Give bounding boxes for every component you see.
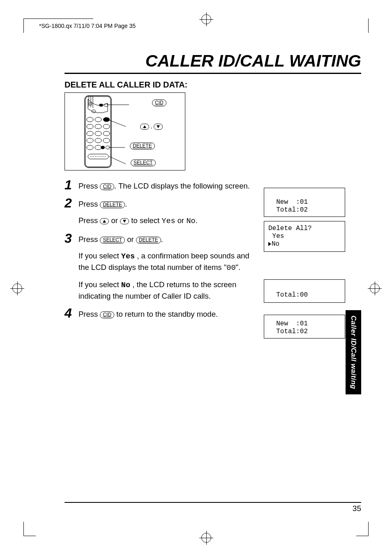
svg-point-17: [103, 131, 110, 136]
page-number: 35: [353, 504, 361, 513]
lcd-screen-1: New :01 Total:02: [264, 188, 345, 217]
handset-diagram: [65, 92, 185, 170]
lcd-screen-2: Delete All? Yes No: [264, 221, 345, 252]
section-title: DELETE ALL CALLER ID DATA:: [65, 80, 187, 90]
step-number: 1: [65, 179, 78, 191]
svg-point-23: [101, 146, 105, 149]
up-arrow-icon: [140, 124, 149, 130]
step-number: 3: [65, 233, 78, 245]
svg-point-16: [95, 131, 101, 136]
step-body: Press CID. The LCD displays the followin…: [78, 179, 250, 191]
diagram-label-delete: DELETE: [130, 143, 155, 150]
registration-mark-icon: [12, 283, 22, 293]
step-2-sub: Press or to select Yes or No.: [78, 215, 254, 227]
registration-mark-icon: [370, 283, 380, 293]
step-body: Press SELECT or DELETE.: [78, 233, 163, 245]
lcd-screen-4: New :01 Total:02: [264, 315, 345, 339]
crop-mark: [368, 522, 369, 536]
svg-rect-0: [85, 96, 111, 168]
step-4: 4 Press CID to return to the standby mod…: [65, 307, 254, 320]
section-tab: Caller ID/Call waiting: [346, 310, 361, 394]
delete-button-icon: DELETE: [130, 143, 155, 150]
slug-line: *SG-1800.qx 7/11/0 7:04 PM Page 35: [39, 23, 136, 29]
svg-point-22: [95, 145, 101, 150]
step-number: 4: [65, 307, 78, 320]
svg-point-10: [95, 117, 101, 122]
svg-point-11: [103, 117, 110, 122]
diagram-label-select: SELECT: [131, 159, 156, 166]
divider: [65, 73, 361, 74]
cid-button-icon: CID: [100, 183, 114, 190]
registration-mark-icon: [201, 14, 211, 24]
step-3: 3 Press SELECT or DELETE.: [65, 233, 254, 245]
phone-icon: [76, 95, 130, 169]
crop-mark: [23, 522, 24, 536]
svg-point-9: [87, 117, 93, 122]
divider: [65, 502, 361, 503]
down-arrow-icon: [154, 124, 163, 130]
step-3-yes: If you select Yes , a confirmation beep …: [78, 251, 254, 274]
svg-point-14: [103, 124, 110, 129]
svg-rect-1: [85, 97, 111, 167]
diagram-label-arrows: ,: [140, 123, 163, 130]
svg-point-12: [87, 124, 93, 129]
svg-point-6: [99, 104, 103, 107]
select-button-icon: SELECT: [131, 159, 156, 166]
crop-mark: [356, 536, 369, 536]
svg-point-18: [87, 138, 93, 143]
steps-list: 1 Press CID. The LCD displays the follow…: [65, 179, 254, 325]
delete-button-icon: DELETE: [100, 201, 125, 208]
svg-line-30: [109, 157, 126, 164]
svg-point-15: [87, 131, 93, 136]
step-1: 1 Press CID. The LCD displays the follow…: [65, 179, 254, 191]
svg-point-13: [95, 124, 101, 129]
step-body: Press DELETE.: [78, 197, 127, 210]
cid-button-icon: CID: [100, 311, 114, 318]
chapter-title: CALLER ID/CALL WAITING: [145, 51, 361, 71]
svg-point-21: [87, 145, 93, 150]
crop-mark: [23, 18, 24, 33]
lcd-screen-3: Total:00: [264, 279, 345, 303]
cid-button-icon: CID: [152, 99, 166, 106]
step-2: 2 Press DELETE.: [65, 197, 254, 210]
svg-point-19: [95, 138, 101, 143]
step-body: Press CID to return to the standby mode.: [78, 307, 218, 320]
step-number: 2: [65, 197, 78, 210]
registration-mark-icon: [201, 533, 211, 543]
cursor-icon: [268, 242, 271, 246]
svg-point-5: [89, 103, 92, 105]
step-3-no: If you select No , the LCD returns to th…: [78, 279, 254, 302]
svg-point-20: [103, 138, 110, 143]
delete-button-icon: DELETE: [136, 237, 161, 244]
select-button-icon: SELECT: [100, 237, 125, 244]
diagram-label-cid: CID: [152, 99, 166, 106]
crop-mark: [368, 18, 369, 33]
crop-mark: [23, 18, 93, 19]
crop-mark: [23, 536, 36, 536]
up-arrow-icon: [100, 218, 109, 224]
down-arrow-icon: [120, 218, 129, 224]
